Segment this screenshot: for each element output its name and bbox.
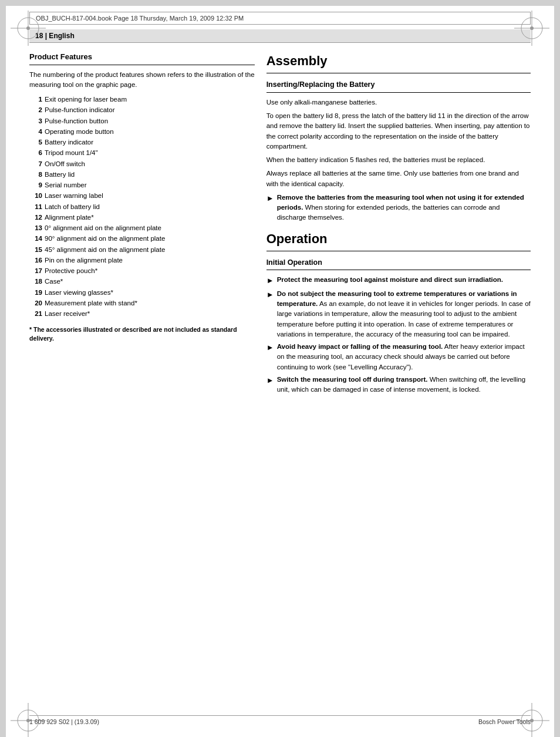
feature-num: 7	[29, 159, 42, 169]
arrow-icon: ►	[266, 375, 275, 395]
feature-num: 4	[29, 127, 42, 137]
list-item: 7 On/Off switch	[29, 159, 255, 170]
footnote: * The accessories illustrated or describ…	[29, 325, 255, 342]
feature-num: 10	[29, 191, 42, 201]
feature-num: 16	[29, 255, 42, 265]
bullet-item: ► Do not subject the measuring tool to e…	[266, 289, 531, 339]
feature-label: Exit opening for laser beam	[45, 95, 255, 105]
list-item: 11 Latch of battery lid	[29, 202, 255, 213]
feature-num: 1	[29, 95, 42, 105]
feature-label: Laser receiver*	[45, 309, 255, 319]
list-item: 4 Operating mode button	[29, 127, 255, 137]
list-item: 17 Protective pouch*	[29, 266, 255, 277]
list-item: 2 Pulse-function indicator	[29, 105, 255, 116]
list-item: 15 45° alignment aid on the alignment pl…	[29, 245, 255, 255]
feature-label: Pin on the alignment plate	[45, 255, 255, 265]
page-num-bar: 18 | English	[29, 29, 531, 43]
footer-bar: 1 609 929 S02 | (19.3.09) Bosch Power To…	[29, 715, 531, 725]
list-item: 1 Exit opening for laser beam	[29, 95, 255, 105]
battery-bullet-list: ► Remove the batteries from the measurin…	[266, 193, 531, 223]
list-item: 18 Case*	[29, 277, 255, 287]
bullet-bold: Avoid heavy impact or falling of the mea…	[277, 343, 443, 350]
feature-num: 2	[29, 105, 42, 115]
file-info: OBJ_BUCH-817-004.book Page 18 Thursday, …	[36, 15, 244, 22]
feature-label: 90° alignment aid on the alignment plate	[45, 234, 255, 244]
list-item: 21 Laser receiver*	[29, 309, 255, 319]
list-item: 13 0° alignment aid on the alignment pla…	[29, 223, 255, 234]
feature-label: Latch of battery lid	[45, 202, 255, 212]
feature-num: 9	[29, 180, 42, 190]
feature-num: 6	[29, 148, 42, 158]
feature-label: Pulse-function button	[45, 116, 255, 126]
list-item: 6 Tripod mount 1/4"	[29, 148, 255, 159]
feature-num: 20	[29, 298, 42, 308]
battery-para1: Use only alkali-manganese batteries.	[266, 97, 531, 107]
product-features-title: Product Features	[29, 51, 255, 65]
feature-label: 45° alignment aid on the alignment plate	[45, 245, 255, 255]
bullet-normal: When storing for extended periods, the b…	[277, 204, 500, 221]
footer-right: Bosch Power Tools	[478, 718, 531, 725]
feature-num: 3	[29, 116, 42, 126]
product-features-intro: The numbering of the product features sh…	[29, 70, 255, 90]
list-item: 9 Serial number	[29, 180, 255, 191]
bullet-text: Protect the measuring tool against moist…	[277, 275, 531, 287]
initial-op-subtitle: Initial Operation	[266, 257, 531, 271]
page: OBJ_BUCH-817-004.book Page 18 Thursday, …	[6, 6, 554, 737]
corner-tr	[514, 11, 549, 46]
feature-num: 8	[29, 170, 42, 180]
arrow-icon: ►	[266, 275, 275, 287]
list-item: 14 90° alignment aid on the alignment pl…	[29, 234, 255, 244]
header-bar: OBJ_BUCH-817-004.book Page 18 Thursday, …	[29, 12, 531, 25]
bullet-item: ► Protect the measuring tool against moi…	[266, 275, 531, 287]
list-item: 3 Pulse-function button	[29, 116, 255, 127]
list-item: 16 Pin on the alignment plate	[29, 255, 255, 266]
left-column: Product Features The numbering of the pr…	[29, 51, 255, 401]
battery-para3: When the battery indication 5 flashes re…	[266, 155, 531, 165]
corner-tl	[11, 11, 46, 46]
list-item: 12 Alignment plate*	[29, 213, 255, 223]
feature-num: 21	[29, 309, 42, 319]
list-item: 20 Measurement plate with stand*	[29, 298, 255, 309]
feature-label: 0° alignment aid on the alignment plate	[45, 223, 255, 233]
battery-para2: To open the battery lid 8, press the lat…	[266, 111, 531, 152]
feature-num: 19	[29, 288, 42, 298]
operation-title: Operation	[266, 229, 531, 251]
battery-para4: Always replace all batteries at the same…	[266, 169, 531, 189]
feature-num: 5	[29, 137, 42, 147]
feature-list: 1 Exit opening for laser beam 2 Pulse-fu…	[29, 95, 255, 319]
arrow-icon: ►	[266, 193, 275, 223]
feature-label: On/Off switch	[45, 159, 255, 169]
feature-num: 18	[29, 277, 42, 287]
feature-label: Battery indicator	[45, 137, 255, 147]
feature-label: Serial number	[45, 180, 255, 190]
feature-num: 14	[29, 234, 42, 244]
list-item: 10 Laser warning label	[29, 191, 255, 201]
feature-label: Laser warning label	[45, 191, 255, 201]
content-area: Product Features The numbering of the pr…	[29, 43, 531, 401]
list-item: 8 Battery lid	[29, 170, 255, 180]
feature-num: 11	[29, 202, 42, 212]
list-item: 19 Laser viewing glasses*	[29, 288, 255, 298]
svg-point-3	[26, 26, 30, 30]
bullet-text: Remove the batteries from the measuring …	[277, 193, 531, 223]
feature-num: 15	[29, 245, 42, 255]
svg-point-7	[530, 26, 534, 30]
feature-label: Measurement plate with stand*	[45, 298, 255, 308]
feature-label: Tripod mount 1/4"	[45, 148, 255, 158]
feature-num: 12	[29, 213, 42, 223]
battery-subtitle: Inserting/Replacing the Battery	[266, 79, 531, 93]
feature-label: Protective pouch*	[45, 266, 255, 276]
bullet-item: ► Switch the measuring tool off during t…	[266, 375, 531, 395]
operation-bullet-list: ► Protect the measuring tool against moi…	[266, 275, 531, 395]
bullet-bold: Switch the measuring tool off during tra…	[277, 376, 428, 383]
right-column: Assembly Inserting/Replacing the Battery…	[266, 51, 531, 401]
bullet-text: Avoid heavy impact or falling of the mea…	[277, 342, 531, 372]
feature-label: Pulse-function indicator	[45, 105, 255, 115]
feature-label: Battery lid	[45, 170, 255, 180]
feature-label: Case*	[45, 277, 255, 287]
footer-left: 1 609 929 S02 | (19.3.09)	[29, 718, 99, 725]
list-item: 5 Battery indicator	[29, 137, 255, 148]
arrow-icon: ►	[266, 289, 275, 339]
bullet-text: Switch the measuring tool off during tra…	[277, 375, 531, 395]
bullet-item: ► Remove the batteries from the measurin…	[266, 193, 531, 223]
